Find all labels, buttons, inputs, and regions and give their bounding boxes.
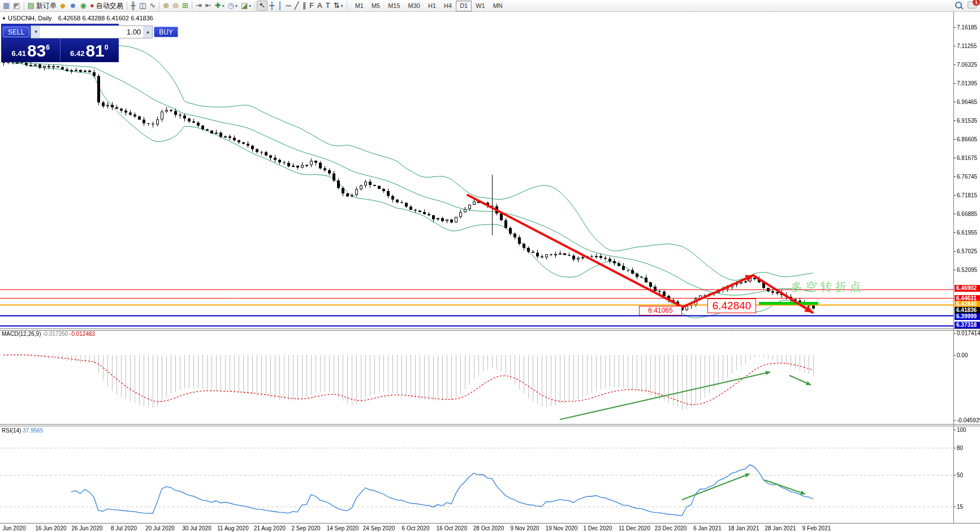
deposit-icon[interactable]: ◆ [58, 1, 67, 11]
volume-decrease-button[interactable]: ▼ [31, 26, 40, 38]
toolbar-icon: ⊕ [163, 1, 169, 11]
date-axis-label: 24 Sep 2020 [363, 525, 395, 531]
toolbar-icon: ● [90, 1, 94, 11]
rsi-label: RSI(14) 37.9565 [2, 427, 43, 434]
date-axis-label: 8 Jul 2020 [111, 525, 137, 531]
toolbar-icon: ◆ [60, 1, 66, 11]
horizontal-line-icon[interactable]: ─ [284, 1, 293, 11]
main-toolbar: ▦ ◩ ▤ 新订单 ◆ ☻ ◉ ● 自动交易 [0, 0, 980, 12]
trendline-icon[interactable]: ╱ [293, 1, 301, 11]
date-axis-label: 19 Nov 2020 [546, 525, 578, 531]
date-axis-label: 26 Jun 2020 [71, 525, 102, 531]
buy-button[interactable]: BUY [154, 27, 178, 37]
toolbar-icon: ▦ [3, 1, 10, 11]
price-axis-label: 6.81675 [957, 155, 977, 161]
rsi-value: 37.9565 [23, 427, 43, 434]
new-order-icon[interactable]: ▤ 新订单 [26, 1, 58, 11]
autotrade-icon[interactable]: ● 自动交易 [88, 1, 125, 11]
macd-main-value: -0.017350 [42, 331, 68, 337]
templates-icon[interactable]: ◪ [239, 1, 253, 11]
chart-preview-icon[interactable]: ◩ [11, 1, 21, 11]
price-tag: 6.37318 [955, 322, 980, 328]
timeframe-button[interactable]: H1 [424, 1, 440, 11]
charts-grid-icon[interactable]: ▦ [1, 1, 11, 11]
crosshair-icon[interactable]: ┼ [267, 1, 276, 11]
signals-icon[interactable]: ◉ [79, 1, 88, 11]
date-axis-label: 6 Oct 2020 [402, 525, 430, 531]
price-chart-canvas[interactable] [0, 0, 980, 532]
toolbar-icon: ↖ [259, 1, 265, 11]
toolbar-icon: ⇤ [205, 1, 211, 11]
line-chart-type-icon[interactable]: ∿ [148, 1, 157, 11]
zoom-in-icon[interactable]: ⊕ [161, 1, 171, 11]
timeframe-button[interactable]: M15 [384, 1, 404, 11]
timeframe-bar: M1M5M15M30H1H4D1W1MN [351, 1, 507, 11]
fibonacci-icon[interactable]: F [308, 1, 316, 11]
search-icon[interactable] [955, 2, 962, 8]
date-axis-label: 14 Sep 2020 [327, 525, 359, 531]
buy-price-pip: 0 [105, 44, 109, 51]
object-marker-icon: ▲ [2, 15, 6, 20]
toolbar-icon: ∿ [149, 1, 156, 11]
toolbar-right: 1 [955, 1, 977, 8]
rsi-axis-label: 50 [957, 472, 963, 478]
rsi-axis-label: 15 [957, 504, 963, 510]
auto-scroll-icon[interactable]: ⇥ [194, 1, 204, 11]
timeframe-button[interactable]: M1 [351, 1, 368, 11]
chart-shift-icon[interactable]: ⇤ [204, 1, 213, 11]
toolbar-icon: ◪ [241, 1, 248, 11]
chart-symbol-period: USDCNH, Daily [8, 15, 52, 21]
timeframe-button[interactable]: M5 [368, 1, 384, 11]
toolbar-icon: ✚ [215, 1, 221, 11]
rsi-axis-label: 80 [957, 445, 963, 451]
timeframe-button[interactable]: W1 [472, 1, 489, 11]
toolbar-icon: ∥ [303, 1, 306, 11]
zoom-out-icon[interactable]: ⊖ [171, 1, 180, 11]
macd-axis-label: -0.045929 [957, 417, 980, 423]
tile-windows-icon[interactable]: ⊞ [180, 1, 190, 11]
date-axis-label: Jun 2020 [2, 525, 25, 531]
cursor-icon[interactable]: ↖ [257, 1, 267, 11]
notifications-icon[interactable]: 1 [968, 1, 977, 8]
toolbar-icon: ◫ [139, 1, 146, 11]
candlestick-type-icon[interactable]: ◫ [137, 1, 148, 11]
macd-axis-label: 0.017414 [957, 330, 980, 336]
buy-price-big: 81 [85, 42, 104, 59]
timeframe-button[interactable]: H4 [440, 1, 456, 11]
periods-icon[interactable]: ◷ [226, 1, 239, 11]
volume-input[interactable] [40, 26, 143, 38]
sell-button[interactable]: SELL [3, 27, 29, 37]
indicators-icon[interactable]: ✚ [213, 1, 226, 11]
toolbar-icon: ◩ [13, 1, 20, 11]
profile-icon[interactable]: ☻ [67, 1, 79, 11]
timeframe-button[interactable]: MN [489, 1, 507, 11]
date-axis-label: 16 Oct 2020 [437, 525, 467, 531]
sell-price-pip: 6 [46, 44, 50, 51]
bar-chart-type-icon[interactable]: ╫ [129, 1, 137, 11]
date-axis-label: 20 Jul 2020 [145, 525, 175, 531]
sell-price-big: 83 [27, 42, 46, 59]
rsi-name: RSI(14) [2, 427, 21, 434]
price-axis-label: 7.16185 [957, 24, 977, 31]
support-price-label: 6.41065 [639, 306, 682, 315]
buy-price[interactable]: 6.42 81 0 [61, 38, 119, 61]
toolbar-icon: F [309, 1, 314, 11]
text-icon[interactable]: A [316, 1, 324, 11]
date-axis-label: 18 Jan 2021 [728, 525, 759, 531]
price-tag: 6.39999 [955, 313, 980, 320]
toolbar-icon: ┼ [269, 1, 274, 11]
text-label-icon[interactable]: T [324, 1, 332, 11]
buy-price-small: 6.42 [70, 49, 84, 58]
volume-stepper: ▼ ▲ [31, 25, 153, 38]
equidistant-channel-icon[interactable]: ∥ [301, 1, 308, 11]
sell-price[interactable]: 6.41 83 6 [2, 38, 61, 61]
timeframe-button[interactable]: M30 [404, 1, 424, 11]
toolbar-icon: A [317, 1, 322, 11]
date-axis-label: 28 Jan 2021 [765, 525, 796, 531]
timeframe-button[interactable]: D1 [456, 1, 472, 11]
arrows-icon[interactable]: ⇅ [332, 1, 345, 11]
macd-label: MACD(12,26,9) -0.017350 -0.012483 [2, 331, 95, 337]
toolbar-icon: ╱ [295, 1, 299, 11]
vertical-line-icon[interactable]: │ [276, 1, 284, 11]
volume-increase-button[interactable]: ▲ [143, 26, 152, 38]
